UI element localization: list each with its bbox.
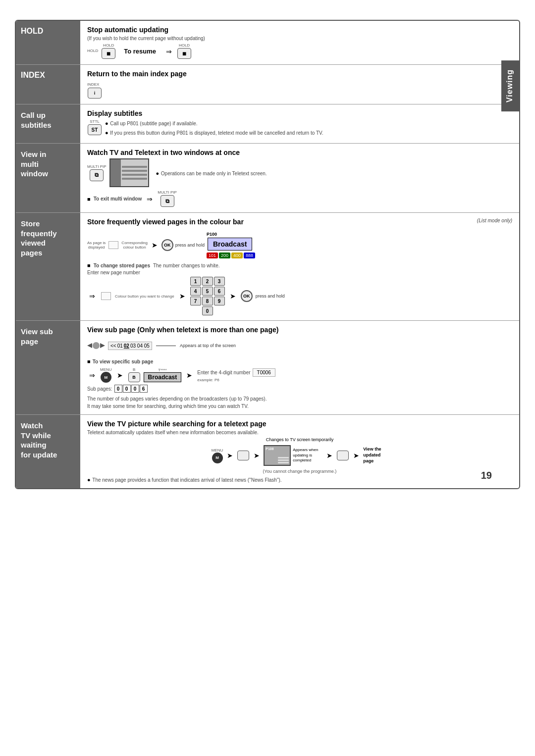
index-button-icon[interactable]: i [88, 88, 102, 99]
watch-label-2: TV while [21, 431, 51, 440]
tv-lines [278, 457, 289, 463]
multi-window-title: Watch TV and Teletext in two windows at … [87, 149, 512, 156]
menu-button[interactable]: M [101, 372, 111, 383]
watch-arrow2: ➤ [254, 452, 260, 459]
ok-button[interactable]: OK [161, 239, 173, 251]
b-label: B [133, 367, 135, 372]
specific-subpage-section: ■ To view specific sub page ⇒ MENU M ➤ B… [87, 358, 512, 409]
specific-flow-row: ⇒ MENU M ➤ B B T**** B [87, 367, 512, 383]
watch-menu-button[interactable]: M [212, 453, 223, 463]
subtitles-title: Display subtitles [87, 109, 512, 117]
watch-label-cell: Watch TV while waiting for update [16, 415, 80, 489]
page-container: Viewing Viewing Teletext HOLD Stop autom… [15, 20, 520, 489]
tv-mockup [109, 158, 149, 187]
index-btn-wrap: INDEX i [87, 80, 512, 99]
digit-6[interactable]: 6 [140, 385, 148, 393]
dpad-right[interactable] [100, 343, 105, 348]
store-label-3: viewed [21, 239, 46, 247]
hold-btn-label: HOLD [87, 49, 98, 53]
watch-label-4: for update [21, 451, 57, 459]
multi-label-1: View in [21, 150, 46, 158]
subtitles-row: STTL ST ● Call up P801 (subtitle page) i… [87, 119, 512, 136]
exit-arrow: ⇒ [147, 195, 153, 203]
change-stored-flow: ⇒ Colour button you want to change ➤ 1 2… [87, 277, 512, 315]
num-7[interactable]: 7 [190, 297, 201, 305]
multipip-label: MULTI PIP [87, 164, 107, 169]
sub-page-title: View sub page (Only when teletext is mor… [87, 326, 512, 334]
tv-mockup-content [121, 159, 148, 186]
as-page-displayed: As page is displayed [87, 241, 106, 250]
b-button[interactable]: B [128, 372, 140, 382]
multipip-label2: MULTI PIP [158, 190, 177, 195]
store-label-2: frequently [21, 229, 57, 238]
subtitles-content-cell: Display subtitles STTL ST ● Call up P801… [80, 104, 519, 144]
multi-label-3: window [21, 169, 48, 178]
enter-4digit: Enter the 4-digit number T0006 example: … [197, 368, 275, 382]
digit-0-1[interactable]: 0 [114, 385, 122, 393]
watch-tv-flow: MENU M ➤ ➤ P108 [87, 445, 512, 466]
multipip-exit-button[interactable]: ⧉ [160, 195, 174, 207]
sub-pages-note: Sub pages: [87, 386, 112, 392]
num-0[interactable]: 0 [202, 306, 213, 315]
specific-arrow0: ⇒ [89, 371, 95, 379]
watch-arrow1: ➤ [227, 452, 233, 459]
hold-resume-icon[interactable]: ⏹ [177, 48, 191, 59]
appears-note: Appears at top of the screen [180, 343, 236, 348]
store-arrow1: ➤ [152, 241, 158, 249]
store-flow-row: As page is displayed Corresponding colou… [87, 232, 512, 258]
digit-0-3[interactable]: 0 [131, 385, 139, 393]
subtitles-notes: ● Call up P801 (subtitle page) if availa… [105, 119, 512, 136]
num-1[interactable]: 1 [190, 277, 201, 286]
number-pad: 1 2 3 4 5 6 7 8 9 0 [190, 277, 225, 315]
hold-title: Stop automatic updating [87, 26, 512, 34]
num-8[interactable]: 8 [202, 297, 213, 305]
index-section: INDEX Return to the main index page INDE… [16, 65, 519, 104]
num-9[interactable]: 9 [214, 297, 225, 305]
change-stored-header: ■ To change stored pages The number chan… [87, 262, 512, 268]
multi-label-2: multi [21, 160, 39, 168]
colour-bar: 101 200 400 888 [207, 252, 255, 258]
resume-arrow: ⇒ [166, 48, 172, 55]
subpage-indicator: << 01 02 03 04 05 [108, 342, 152, 350]
p100-broadcast: P100 Broadcast 101 200 400 888 [207, 232, 255, 258]
corresponding-label: Corresponding colour button [121, 241, 147, 250]
watch-btn2[interactable] [237, 451, 249, 460]
dpad-left[interactable] [87, 343, 92, 348]
multipip-button[interactable]: ⧉ [90, 169, 104, 181]
digit-0-2[interactable]: 0 [123, 385, 131, 393]
blue-btn[interactable]: 888 [244, 252, 255, 258]
num-4[interactable]: 4 [190, 287, 201, 296]
dpad-control[interactable] [87, 337, 105, 354]
num-3[interactable]: 3 [214, 277, 225, 286]
num-2[interactable]: 2 [202, 277, 213, 286]
dpad-row: << 01 02 03 04 05 Appears at top of the … [87, 337, 512, 354]
exit-multi-label: To exit multi window [94, 196, 142, 202]
colour-btn-change-indicator [101, 292, 111, 300]
hold-button-icon[interactable]: ⏹ [102, 48, 115, 59]
sub-page-label-2: page [21, 337, 38, 346]
press-hold-label: press and hold [175, 243, 205, 248]
green-btn[interactable]: 200 [219, 252, 230, 258]
watch-arrow3: ➤ [326, 452, 332, 459]
specific-header: To view specific sub page [93, 359, 154, 364]
ok-button-change[interactable]: OK [241, 290, 253, 302]
yellow-btn[interactable]: 400 [231, 252, 243, 258]
watch-btn3[interactable] [337, 451, 349, 460]
side-tab-viewing-label: Viewing [505, 69, 514, 102]
red-btn[interactable]: 101 [207, 252, 218, 258]
num-6[interactable]: 6 [214, 287, 225, 296]
store-label-1: Store [21, 219, 40, 228]
resume-label: To resume [124, 48, 156, 55]
view-updated-label: View the updated page [363, 447, 388, 464]
watch-title: View the TV picture while searching for … [87, 420, 512, 428]
changes-note: Changes to TV screen temporarily [87, 437, 512, 442]
sttl-button[interactable]: ST [88, 124, 102, 135]
multi-window-label-cell: View in multi window [16, 144, 80, 213]
store-title: Store frequently viewed pages in the col… [87, 218, 244, 226]
store-pages-content-cell: Store frequently viewed pages in the col… [80, 213, 519, 321]
press-hold2-label: press and hold [256, 294, 285, 299]
num-5[interactable]: 5 [202, 287, 213, 296]
index-content-cell: Return to the main index page INDEX i [80, 65, 519, 104]
sttl-label: STTL [90, 119, 100, 124]
number-white-note: The number changes to white. [153, 263, 220, 268]
